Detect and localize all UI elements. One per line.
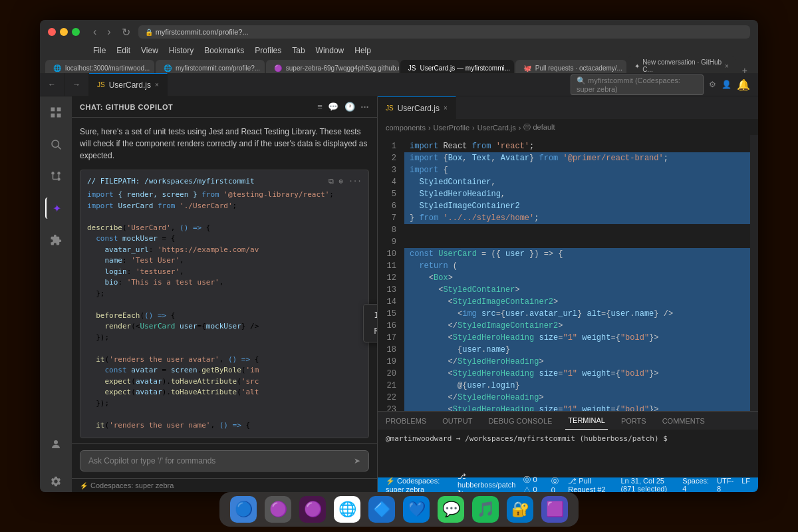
copy-icon[interactable]: ⧉ — [329, 177, 334, 186]
panel-tab-debug[interactable]: DEBUG CONSOLE — [485, 412, 555, 430]
activity-settings[interactable] — [45, 471, 66, 492]
status-branch[interactable]: ⎇ hubberboss/patch ↻ — [458, 472, 515, 492]
status-pr[interactable]: ⎇ Pull Request #2 — [568, 477, 610, 493]
status-errors[interactable]: ⓪ 0 △ 0 — [523, 475, 543, 492]
panel-tab-problems[interactable]: PROBLEMS — [383, 412, 429, 430]
panel-tab-comments[interactable]: COMMENTS — [660, 412, 708, 430]
menu-edit[interactable]: Edit — [116, 46, 130, 55]
codespace-status-icon: ⚡ — [386, 477, 395, 485]
breadcrumb-usercard[interactable]: UserCard.js — [477, 124, 516, 132]
back-button[interactable]: ‹ — [90, 25, 99, 39]
editor-tab-usercard[interactable]: JS UserCard.js × — [378, 96, 456, 120]
dock-messages[interactable]: 💬 — [438, 496, 464, 523]
more-code-icon[interactable]: ··· — [348, 177, 362, 186]
menu-tab[interactable]: Tab — [292, 46, 305, 55]
editor-code[interactable]: import React from 'react'; import {Box, … — [404, 135, 750, 411]
usercard-tab-close[interactable]: × — [155, 81, 159, 88]
status-right: Ln 31, Col 25 (871 selected) Spaces: 4 U… — [620, 477, 750, 492]
dock-slack[interactable]: 🟣 — [299, 496, 326, 523]
menu-bookmarks[interactable]: Bookmarks — [204, 46, 244, 55]
editor-area: JS UserCard.js × components › UserProfil… — [378, 96, 758, 492]
tab-close-6[interactable]: × — [725, 63, 729, 70]
dock-finder[interactable]: 🔵 — [230, 496, 257, 523]
panel-tab-terminal[interactable]: TERMINAL — [565, 412, 608, 430]
code-row-14: <StyledImageContainer2> — [404, 296, 750, 308]
insert-icon[interactable]: ⊕ — [339, 177, 344, 186]
send-icon[interactable]: ➤ — [354, 456, 360, 466]
status-codespace[interactable]: ⚡ Codespaces: super zebra — [386, 477, 450, 493]
svg-point-7 — [57, 178, 61, 181]
forward-button[interactable]: › — [104, 25, 113, 39]
code-row-11: return ( — [404, 260, 750, 272]
menu-window[interactable]: Window — [316, 46, 344, 55]
dock-chrome[interactable]: 🌐 — [334, 496, 360, 523]
copilot-list-icon[interactable]: ≡ — [317, 102, 323, 112]
dock-spotify[interactable]: 🎵 — [472, 496, 499, 523]
line-numbers: 1 2 3 4 5 6 7 8 9 10 11 12 13 14 — [378, 135, 404, 411]
panel-tab-output[interactable]: OUTPUT — [440, 412, 475, 430]
vscode-tab-forward[interactable]: → — [65, 73, 89, 96]
tab-close-1[interactable]: × — [154, 65, 154, 72]
breadcrumb-components[interactable]: components — [386, 124, 426, 132]
activity-copilot[interactable]: ✦ — [45, 198, 66, 219]
copilot-history-icon[interactable]: 🕐 — [344, 102, 356, 112]
status-eol[interactable]: LF — [741, 477, 750, 492]
code-block-header: // FILEPATH: /workspaces/myfirstcommit ⧉… — [87, 177, 362, 186]
code-row-17: <StyledHeroHeading size="1" weight={"bol… — [404, 332, 750, 344]
context-menu-run[interactable]: Run in Terminal ⌘↵ — [364, 323, 378, 339]
copilot-input-box[interactable]: Ask Copilot or type '/' for commands ➤ — [80, 450, 369, 471]
editor-tabs: JS UserCard.js × — [378, 96, 758, 120]
activity-extensions[interactable] — [45, 229, 66, 251]
menu-view[interactable]: View — [141, 46, 158, 55]
breadcrumb-default[interactable]: ⓜ default — [523, 122, 555, 132]
browser-menu: File Edit View History Bookmarks Profile… — [40, 44, 758, 57]
menu-profiles[interactable]: Profiles — [255, 46, 281, 55]
address-bar[interactable]: 🔒 myfirstcommit.com/profile?... — [138, 25, 750, 39]
dock-vscode[interactable]: 💙 — [403, 496, 430, 523]
activity-explorer[interactable] — [45, 102, 66, 123]
close-button[interactable] — [48, 28, 56, 36]
settings-icon[interactable]: ⚙ — [709, 80, 716, 89]
status-encoding[interactable]: UTF-8 — [717, 477, 733, 492]
minimap — [750, 135, 758, 411]
panel-tab-ports[interactable]: PORTS — [618, 412, 649, 430]
copilot-chat-icon[interactable]: 💬 — [328, 102, 339, 112]
dock-1password[interactable]: 🔐 — [507, 496, 533, 523]
activity-search[interactable] — [45, 134, 66, 155]
context-menu: Insert Into New File Run in Terminal ⌘↵ — [363, 304, 378, 342]
dock-xcode[interactable]: 🔷 — [368, 496, 395, 523]
dock-teams[interactable]: 🟪 — [541, 496, 568, 523]
breadcrumb-userprofile[interactable]: UserProfile — [434, 124, 469, 132]
notifications-icon[interactable]: 🔔 — [737, 78, 750, 91]
code-row-7: } from '../../styles/home'; — [404, 212, 750, 224]
dock-launchpad[interactable]: 🟣 — [265, 496, 291, 523]
menu-history[interactable]: History — [169, 46, 194, 55]
svg-point-12 — [54, 440, 58, 444]
fullscreen-button[interactable] — [72, 28, 80, 36]
editor-tab-close[interactable]: × — [444, 104, 448, 112]
code-row-5: StyledHeroHeading, — [404, 188, 750, 200]
minimize-button[interactable] — [60, 28, 68, 36]
menu-help[interactable]: Help — [354, 46, 371, 55]
status-position[interactable]: Ln 31, Col 25 (871 selected) — [620, 477, 674, 492]
copilot-panel: CHAT: GITHUB COPILOT ≡ 💬 🕐 ··· Sure, her… — [72, 96, 378, 492]
activity-git[interactable] — [45, 166, 66, 187]
code-row-10: const UserCard = ({ user }) => { — [404, 248, 750, 260]
code-row-6: StyledImageContainer2 — [404, 200, 750, 212]
copilot-more-icon[interactable]: ··· — [361, 102, 370, 112]
reload-button[interactable]: ↻ — [119, 25, 133, 40]
terminal-prompt: @martinwoodward → /workspaces/myfirstcom… — [386, 434, 668, 443]
editor-tab-label: UserCard.js — [398, 104, 440, 113]
tab-close-2[interactable]: × — [264, 65, 265, 72]
status-spaces[interactable]: Spaces: 4 — [682, 477, 709, 492]
vscode-tab-back[interactable]: ← — [40, 73, 65, 96]
activity-account[interactable] — [45, 434, 66, 455]
vscode-tab-usercard[interactable]: JS UserCard.js × — [89, 73, 168, 96]
search-bar[interactable]: 🔍 myfirstcommit (Codespaces: super zebra… — [571, 74, 704, 95]
status-warnings[interactable]: ⓪ 0 — [551, 476, 561, 493]
accounts-icon[interactable]: 👤 — [722, 80, 732, 89]
code-content: import { render, screen } from '@testing… — [87, 190, 362, 431]
menu-file[interactable]: File — [93, 46, 106, 55]
vscode-container: ← → JS UserCard.js × 🔍 myfirstcommit (Co… — [40, 73, 758, 492]
context-menu-insert[interactable]: Insert Into New File — [364, 307, 378, 323]
